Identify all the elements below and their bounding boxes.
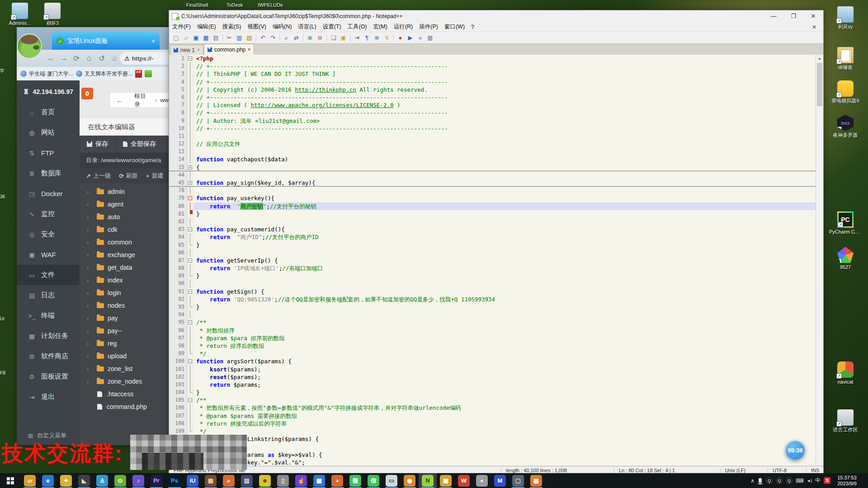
toolbar-icon[interactable]: ⇄ [292,33,301,42]
fold-box-icon[interactable]: − [188,359,192,363]
tray-chevron-icon[interactable]: ∧ [750,478,755,484]
fold-margin[interactable] [187,78,194,86]
toolbar-icon[interactable]: ❏ [329,33,338,42]
fold-margin[interactable] [187,334,194,342]
fold-box-icon[interactable]: − [188,258,192,263]
desktop-icon[interactable]: ↗剑灵sy [829,6,862,30]
fold-margin[interactable]: − [187,319,194,326]
fold-margin[interactable] [187,296,194,303]
tree-folder-row[interactable]: ›admin [80,185,169,198]
close-button[interactable]: ✕ [803,10,823,22]
fold-margin[interactable] [187,218,194,225]
taskbar-app-icon[interactable]: e [39,473,57,488]
toolbar-icon[interactable]: ▱ [182,33,190,42]
tree-folder-row[interactable]: ›zone_nodes [80,375,169,388]
toolbar-icon[interactable]: ⌕ [282,33,291,42]
leaf-extension-icon[interactable] [145,70,152,77]
editor[interactable]: 1−<?php2// +----------------------------… [169,55,823,466]
taskbar-app-icon[interactable]: N [419,473,437,488]
taskbar-app-icon[interactable]: ☝ [292,473,310,488]
fold-box-icon[interactable]: − [188,56,192,61]
tree-folder-row[interactable]: ›common [80,236,169,249]
menu-文件(F)[interactable]: 文件(F) [169,23,194,31]
recording-timer-badge[interactable]: 09:38 [785,441,805,460]
fold-margin[interactable] [187,233,194,241]
message-count-badge[interactable]: 0 [81,88,93,99]
fold-box-icon[interactable]: − [188,320,192,324]
desktop-icon[interactable]: IWPELUDe [254,0,287,8]
toolbar-icon[interactable]: ≋ [373,33,381,42]
fold-box-icon[interactable]: − [188,196,192,200]
toolbar-icon[interactable]: » [416,33,425,42]
sidebar-item-首页[interactable]: ⌂首页 [17,102,80,122]
desktop-icon[interactable]: ↗navicat [829,361,862,385]
fold-margin[interactable] [187,109,194,117]
fold-margin[interactable] [187,70,194,78]
fold-margin[interactable] [187,117,194,125]
taskbar-app-icon[interactable]: ◣ [75,473,93,488]
taskbar-app-icon[interactable]: 信 [364,473,382,488]
taskbar-app-icon[interactable]: ▯ [274,473,292,488]
sidebar-item-文件[interactable]: ▭文件 [17,265,80,285]
desktop-icon[interactable]: ↗语言工作区 [829,409,862,433]
tree-folder-row[interactable]: ›nodes [80,299,169,312]
toolbar-icon[interactable]: ↷ [269,33,277,42]
editor-tab[interactable]: new 1× [170,45,203,55]
fold-margin[interactable] [187,412,194,420]
fold-box-icon[interactable]: − [188,398,192,402]
seal-extension-icon[interactable]: 破解 [135,70,142,78]
toolbar-icon[interactable]: ▧ [245,33,254,42]
qq-icon[interactable]: Q [766,477,773,484]
desktop-icon[interactable]: ↗dll修改 [829,47,862,70]
chevron-right-icon[interactable]: › [87,302,93,309]
chevron-right-icon[interactable]: › [87,214,93,221]
taskbar-app-icon[interactable]: ✦ [57,473,75,488]
toolbar-icon[interactable]: ▣ [192,33,200,42]
taskbar-app-icon[interactable]: ☻ [256,473,274,488]
fold-margin[interactable] [187,86,194,94]
chevron-right-icon[interactable]: › [87,315,93,322]
desktop-icon[interactable]: ↗夜神多开器 [829,115,862,138]
chevron-right-icon[interactable]: › [87,239,93,246]
bookmark-item[interactable]: 叉叉脚本开发手册... [76,70,132,78]
sidebar-item-custom-menu[interactable]: ⊞ 自定义菜单 [17,432,80,440]
editor-scrollbar[interactable]: ▲ [816,55,823,466]
server-ip[interactable]: ♜ 42.194.196.97 [17,80,80,102]
fold-margin[interactable] [187,389,194,396]
taskbar-app-icon[interactable]: ◕ [328,473,346,488]
taskbar-app-icon[interactable]: iU [184,473,202,488]
toolbar-icon[interactable]: ⇥ [353,33,361,42]
address-bar[interactable]: ⚠ https://- [120,52,174,65]
fold-margin[interactable] [187,148,194,155]
tree-folder-row[interactable]: ›login [80,286,169,299]
fold-margin[interactable] [187,420,194,427]
fold-margin[interactable] [187,132,194,140]
sidebar-item-计划任务[interactable]: ▦计划任务 [17,326,80,346]
fold-margin[interactable] [187,342,194,350]
desktop-icon[interactable]: FinalShell [181,0,213,8]
fold-margin[interactable]: − [187,257,194,264]
fold-margin[interactable] [187,327,194,334]
sidebar-item-FTP[interactable]: ⇅FTP [17,143,80,163]
toolbar-icon[interactable]: ⊕ [306,33,314,42]
start-button[interactable] [0,473,21,488]
fold-margin[interactable] [187,373,194,381]
fold-margin[interactable] [187,404,194,412]
fold-margin[interactable]: + [187,179,194,186]
fold-margin[interactable] [187,155,194,163]
desktop-icon[interactable]: ToDesk [218,0,251,8]
ime-indicator[interactable]: 中 [815,477,821,484]
toolbar-icon[interactable]: ✂ [225,33,234,42]
tree-file-row[interactable]: command.php [80,400,169,413]
taskbar-app-icon[interactable]: ▭ [382,473,401,488]
taskbar-app-icon[interactable]: ▣ [437,473,455,488]
sidebar-item-Docker[interactable]: ◳Docker [17,183,80,204]
microphone-icon[interactable] [759,478,762,483]
tree-folder-row[interactable]: ›pay-- [80,324,169,337]
refresh-button[interactable]: ⟳刷新 [119,172,138,180]
desktop-icon[interactable]: ↗雷电模拟器9 [829,80,862,104]
sidebar-item-日志[interactable]: ▤日志 [17,285,80,305]
tree-folder-row[interactable]: ›upload [80,350,169,362]
taskbar-app-icon[interactable]: ▨ [238,473,256,488]
back-button[interactable]: ← [110,96,130,104]
